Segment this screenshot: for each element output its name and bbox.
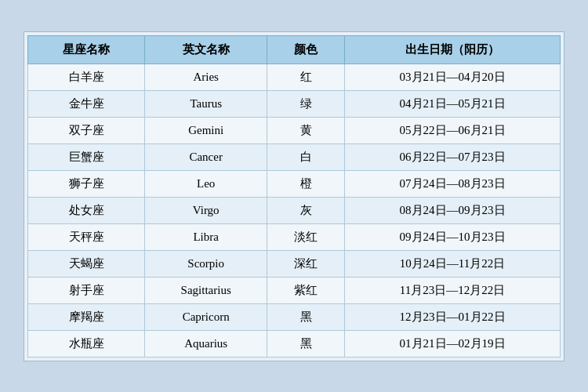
cell-english: Virgo [145, 197, 267, 223]
cell-chinese: 射手座 [28, 277, 145, 303]
table-row: 天秤座Libra淡红09月24日—10月23日 [28, 223, 561, 250]
table-row: 水瓶座Aquarius黑01月21日—02月19日 [28, 330, 561, 357]
cell-date: 12月23日—01月22日 [345, 303, 561, 330]
cell-chinese: 水瓶座 [28, 330, 145, 357]
cell-chinese: 天秤座 [28, 223, 145, 250]
cell-date: 01月21日—02月19日 [345, 330, 561, 357]
zodiac-table-container: 星座名称 英文名称 颜色 出生日期（阳历） 白羊座Aries红03月21日—04… [24, 31, 564, 361]
cell-color: 深红 [267, 250, 345, 277]
cell-chinese: 双子座 [28, 117, 145, 143]
cell-english: Libra [145, 223, 267, 250]
cell-color: 黑 [267, 303, 345, 330]
cell-english: Gemini [145, 117, 267, 143]
col-header-date: 出生日期（阳历） [345, 35, 561, 64]
cell-chinese: 金牛座 [28, 90, 145, 117]
cell-date: 06月22日—07月23日 [345, 143, 561, 170]
table-header-row: 星座名称 英文名称 颜色 出生日期（阳历） [28, 35, 561, 64]
cell-chinese: 白羊座 [28, 64, 145, 90]
cell-date: 08月24日—09月23日 [345, 197, 561, 223]
cell-chinese: 狮子座 [28, 170, 145, 197]
cell-color: 红 [267, 64, 345, 90]
cell-date: 11月23日—12月22日 [345, 277, 561, 303]
cell-color: 黄 [267, 117, 345, 143]
cell-date: 07月24日—08月23日 [345, 170, 561, 197]
cell-english: Cancer [145, 143, 267, 170]
cell-chinese: 天蝎座 [28, 250, 145, 277]
cell-color: 紫红 [267, 277, 345, 303]
cell-english: Capricorn [145, 303, 267, 330]
cell-color: 橙 [267, 170, 345, 197]
cell-color: 灰 [267, 197, 345, 223]
cell-english: Aries [145, 64, 267, 90]
table-row: 天蝎座Scorpio深红10月24日—11月22日 [28, 250, 561, 277]
cell-english: Taurus [145, 90, 267, 117]
table-row: 双子座Gemini黄05月22日—06月21日 [28, 117, 561, 143]
col-header-english: 英文名称 [145, 35, 267, 64]
cell-english: Scorpio [145, 250, 267, 277]
cell-color: 绿 [267, 90, 345, 117]
table-row: 白羊座Aries红03月21日—04月20日 [28, 64, 561, 90]
cell-date: 03月21日—04月20日 [345, 64, 561, 90]
cell-english: Aquarius [145, 330, 267, 357]
cell-date: 09月24日—10月23日 [345, 223, 561, 250]
cell-date: 04月21日—05月21日 [345, 90, 561, 117]
cell-date: 10月24日—11月22日 [345, 250, 561, 277]
cell-color: 黑 [267, 330, 345, 357]
cell-chinese: 处女座 [28, 197, 145, 223]
table-row: 狮子座Leo橙07月24日—08月23日 [28, 170, 561, 197]
table-row: 巨蟹座Cancer白06月22日—07月23日 [28, 143, 561, 170]
cell-color: 白 [267, 143, 345, 170]
table-row: 射手座Sagittarius紫红11月23日—12月22日 [28, 277, 561, 303]
col-header-chinese: 星座名称 [28, 35, 145, 64]
cell-english: Sagittarius [145, 277, 267, 303]
col-header-color: 颜色 [267, 35, 345, 64]
table-row: 摩羯座Capricorn黑12月23日—01月22日 [28, 303, 561, 330]
cell-color: 淡红 [267, 223, 345, 250]
table-row: 处女座Virgo灰08月24日—09月23日 [28, 197, 561, 223]
cell-chinese: 巨蟹座 [28, 143, 145, 170]
cell-chinese: 摩羯座 [28, 303, 145, 330]
table-row: 金牛座Taurus绿04月21日—05月21日 [28, 90, 561, 117]
cell-date: 05月22日—06月21日 [345, 117, 561, 143]
zodiac-table: 星座名称 英文名称 颜色 出生日期（阳历） 白羊座Aries红03月21日—04… [27, 35, 561, 358]
cell-english: Leo [145, 170, 267, 197]
